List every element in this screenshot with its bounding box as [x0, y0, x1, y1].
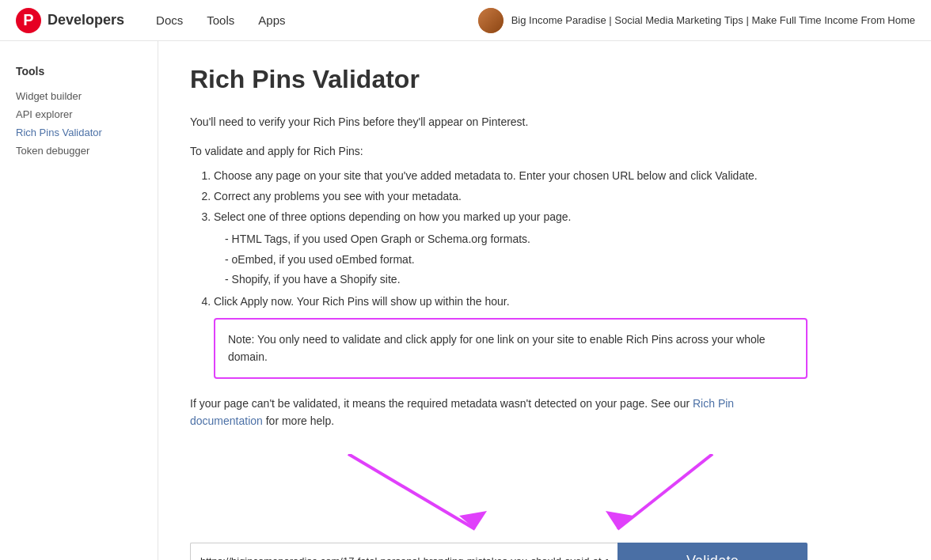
sub-item-shopify: Shopify, if you have a Shopify site.	[225, 271, 808, 289]
input-section: Validate	[190, 543, 808, 560]
brand-name: Developers	[48, 12, 124, 28]
info-text-after: for more help.	[263, 414, 334, 427]
nav-docs[interactable]: Docs	[156, 13, 183, 27]
logo-container[interactable]: P Developers	[16, 8, 124, 33]
info-text-before: If your page can't be validated, it mean…	[190, 397, 693, 410]
input-wrapper: Validate	[190, 454, 808, 560]
step-1: Choose any page on your site that you've…	[214, 167, 808, 186]
url-input[interactable]	[190, 543, 618, 560]
sidebar-item-api-explorer[interactable]: API explorer	[16, 105, 142, 123]
header: P Developers Docs Tools Apps Big Income …	[0, 0, 931, 41]
steps-list: Choose any page on your site that you've…	[190, 167, 808, 378]
sub-item-html: HTML Tags, if you used Open Graph or Sch…	[225, 230, 808, 249]
step-4: Click Apply now. Your Rich Pins will sho…	[214, 293, 808, 379]
pinterest-icon: P	[16, 8, 41, 33]
svg-line-0	[348, 454, 475, 529]
step-3-sublist: HTML Tags, if you used Open Graph or Sch…	[214, 230, 808, 289]
svg-marker-1	[459, 511, 487, 529]
step-2: Correct any problems you see with your m…	[214, 187, 808, 206]
page-layout: Tools Widget builder API explorer Rich P…	[0, 41, 931, 560]
avatar	[478, 8, 504, 33]
sub-item-oembed: oEmbed, if you used oEmbed format.	[225, 251, 808, 270]
nav-apps[interactable]: Apps	[258, 13, 285, 27]
header-nav: Docs Tools Apps	[156, 13, 478, 27]
step-3: Select one of three options depending on…	[214, 208, 808, 289]
nav-tools[interactable]: Tools	[207, 13, 234, 27]
user-name: Big Income Paradise | Social Media Marke…	[511, 14, 915, 26]
sidebar-item-token-debugger[interactable]: Token debugger	[16, 142, 142, 160]
note-text: Note: You only need to validate and clic…	[228, 331, 793, 366]
sidebar-section-title: Tools	[16, 65, 142, 78]
user-area[interactable]: Big Income Paradise | Social Media Marke…	[478, 8, 915, 33]
intro-text: You'll need to verify your Rich Pins bef…	[190, 113, 808, 131]
svg-line-2	[618, 454, 712, 529]
sidebar: Tools Widget builder API explorer Rich P…	[0, 41, 158, 560]
note-box: Note: You only need to validate and clic…	[214, 318, 808, 379]
arrows-svg	[190, 454, 823, 541]
main-content: Rich Pins Validator You'll need to verif…	[158, 41, 839, 560]
steps-intro: To validate and apply for Rich Pins:	[190, 145, 808, 157]
page-title: Rich Pins Validator	[190, 65, 808, 94]
sidebar-item-rich-pins-validator[interactable]: Rich Pins Validator	[16, 123, 142, 142]
sidebar-item-widget-builder[interactable]: Widget builder	[16, 87, 142, 105]
validate-button[interactable]: Validate	[618, 543, 808, 560]
avatar-image	[478, 8, 504, 33]
info-text: If your page can't be validated, it mean…	[190, 395, 808, 430]
